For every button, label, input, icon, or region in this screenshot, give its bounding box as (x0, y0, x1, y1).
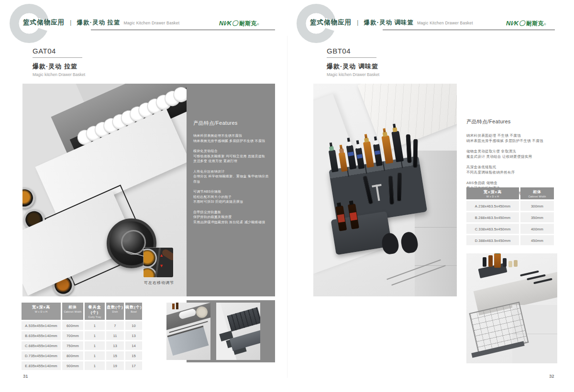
table-cell: E.835x455x140mm (22, 361, 61, 370)
table-row: C.685x455x140mm750mm11314 (22, 341, 142, 350)
features-title: 产品特点/Features (193, 120, 238, 127)
feature-line: 轻松匹配不同大小的瓶子 (193, 195, 270, 200)
bottle-cap (355, 144, 360, 149)
table-row: C.338x463.5x450mm400mm (466, 224, 554, 234)
page-right: 篮式储物应用 ｜ 爆款·灵动 调味篮 Magic Kitchen Drawer … (287, 0, 574, 392)
feature-line: 可调节ABS分隔板 (193, 189, 270, 195)
table-header-cell: 餐具盒(个)Cutly Tray (85, 303, 105, 320)
table-header-cell: 柜体Cabinet Width (62, 303, 83, 320)
table-cell: 800mm (62, 351, 83, 360)
spice-organizer (325, 133, 439, 271)
header-label-cn: 碗数(个) (125, 305, 142, 310)
feature-line: 自带防尘滑轨盖板 (193, 210, 270, 215)
feature-line: 高深盒体低矮瓶托 (466, 164, 560, 170)
feature-line: 纳米科技表面处理不生锈不腐蚀 (193, 133, 270, 139)
spec-table: 宽x深x高W x D x H柜体Cabinet WidthA.238x463.5… (466, 187, 554, 245)
bottle-cap (374, 140, 378, 145)
header-label-cn: 宽x深x高 (22, 305, 61, 310)
bottle-label (350, 212, 357, 221)
table-cell: 13 (106, 341, 124, 350)
knife-handle (406, 134, 412, 163)
header-label-en: Dish (106, 310, 124, 313)
knife-handle (397, 173, 402, 201)
table-cell: 750mm (62, 341, 83, 350)
bottle-shape (503, 258, 507, 267)
table-row: E.835x455x140mm900mm11917 (22, 361, 142, 370)
bottle-cap (349, 201, 353, 205)
page-number: 32 (549, 373, 554, 379)
product-name-cn: 爆款·灵动 拉篮 (33, 62, 85, 71)
header-category: 篮式储物应用 (23, 18, 65, 27)
table-header-row: 宽x深x高W x D x H柜体Cabinet Width (466, 187, 554, 199)
table-cell: 400mm (520, 224, 554, 234)
bottle-shape (488, 255, 493, 267)
table-cell: A.238x463.5x450mm (466, 201, 519, 211)
table-cell: 11 (106, 331, 124, 340)
brand-logo-reg: ® (257, 23, 259, 26)
table-row: B.635x455x140mm700mm11113 (22, 331, 142, 340)
bottle-cap (364, 138, 369, 142)
table-row: D.388x463.5x450mm450mm (466, 235, 554, 245)
table-header-cell: 盘数(个)Dish (106, 303, 124, 320)
jar-shape (144, 249, 157, 268)
bottle-cap (495, 253, 500, 254)
bottle-shape (329, 150, 339, 173)
table-header-cell: 宽x深x高W x D x H (466, 187, 519, 199)
drawer-front (167, 326, 209, 356)
table-cell: 15 (125, 351, 142, 360)
page-header: 篮式储物应用 ｜ 爆款·灵动 调味篮 Magic Kitchen Drawer … (310, 18, 473, 27)
secondary-product-photo (466, 253, 557, 363)
feature-line: 不同高度调味瓶收纳井然有序 (466, 170, 560, 175)
table-cell: 13 (125, 331, 142, 340)
table-cell: C.685x455x140mm (22, 341, 61, 350)
feature-line: 纳米表面光滑手感细腻 多层防护不生锈 不腐蚀 (466, 138, 560, 143)
bottle-cap (329, 146, 334, 151)
header-category: 篮式储物应用 (310, 18, 352, 27)
table-cell: 19 (106, 361, 124, 370)
utensil-handle (161, 248, 173, 261)
table-cell: 700mm (62, 331, 83, 340)
bottle-shape (494, 253, 501, 268)
header-label-cn: 餐具盒(个) (85, 305, 105, 315)
table-cell: 350mm (520, 212, 554, 222)
header-label-en: Bowl (125, 310, 142, 313)
feature-line: 储物盒灵动提取方便 拿取清洗 (466, 149, 560, 154)
thumbnail-photo-2 (216, 303, 260, 360)
table-cell: 1 (85, 331, 105, 340)
bottle-shape (381, 135, 393, 164)
callout-inset-photo: ▲ ▼ (144, 248, 173, 277)
page-number: 31 (23, 373, 28, 379)
bottle-cap (337, 203, 341, 207)
feature-line: 采用品牌缓冲隐藏滑轨 推拉轻柔 减少碗碟碰撞 (193, 220, 270, 225)
header-label-cn: 柜体 (520, 189, 554, 195)
table-cell: 1 (85, 361, 105, 370)
product-name-en: Magic kitchen Drawer Basket (33, 72, 85, 77)
table-cell: D.735x455x140mm (22, 351, 61, 360)
main-product-photo (313, 84, 457, 296)
feature-group: 可调节ABS分隔板轻松匹配不同大小的瓶子不用时可拆卸 拒绝约束随意摆放 (193, 189, 270, 205)
table-row: A.238x463.5x450mm300mm (466, 201, 554, 211)
header-label-cn: 宽x深x高 (466, 189, 519, 195)
wok-rim (121, 230, 146, 255)
table-header-cell: 宽x深x高W x D x H (22, 303, 61, 320)
table-cell: 7 (106, 321, 124, 330)
brand-logo-latin: NI∕K〇 (506, 19, 525, 28)
table-cell: 17 (125, 361, 142, 370)
main-product-photo: ▲ ▼ 可左右移动调节 (22, 84, 187, 296)
table-cell: D.388x463.5x450mm (466, 235, 519, 245)
table-header-row: 宽x深x高W x D x H柜体Cabinet Width餐具盒(个)Cutly… (22, 303, 142, 320)
table-cell: 900mm (62, 361, 83, 370)
feature-group: 自带防尘滑轨盖板保护滑轨的载重及顺滑度采用品牌缓冲隐藏滑轨 推拉轻柔 减少碗碟碰… (193, 210, 270, 225)
brand-logo-cn: 耐斯克 (526, 20, 543, 28)
header-subtitle-cn: 爆款·灵动 拉篮 (77, 19, 121, 27)
plate-stack-shape (196, 306, 208, 318)
header-label-en: Cutly Tray (85, 316, 105, 318)
feature-group: 高深盒体低矮瓶托不同高度调味瓶收纳井然有序 (466, 164, 560, 175)
bottle-shape (172, 304, 175, 309)
table-cell: 450mm (520, 235, 554, 245)
header-subtitle-en: Magic Kitchen Drawer Basket (417, 21, 473, 25)
product-name-cn: 爆款·灵动 调味篮 (327, 62, 379, 71)
product-block: GBT04 爆款·灵动 调味篮 Magic kitchen Drawer Bas… (327, 47, 379, 77)
bottle-cap (347, 142, 352, 146)
table-cell: 15 (106, 351, 124, 360)
